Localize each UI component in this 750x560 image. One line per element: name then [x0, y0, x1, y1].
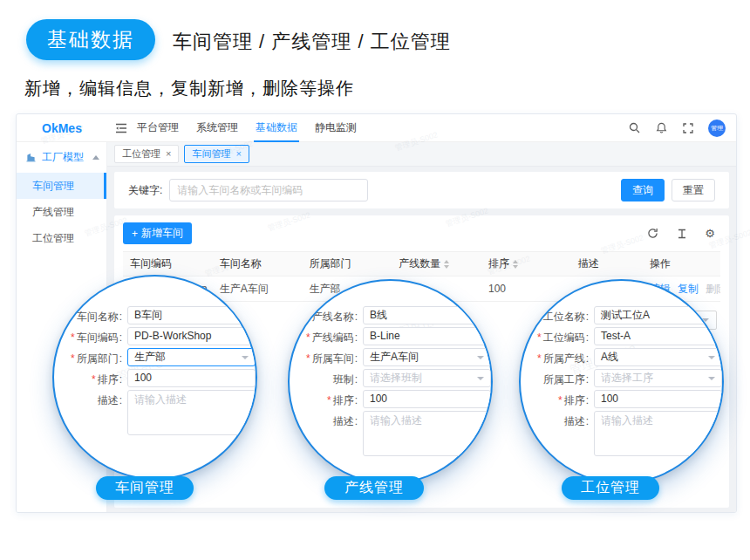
app-header: OkMes 平台管理系统管理基础数据静电监测 管理 [17, 114, 736, 142]
sort-icon[interactable] [513, 260, 518, 269]
column-header: 排序 [481, 256, 571, 271]
action-link[interactable]: 复制 [678, 282, 699, 297]
column-header: 所属部门 [303, 256, 392, 271]
chevron-up-icon [92, 155, 99, 160]
sidebar-item[interactable]: 产线管理 [17, 199, 106, 225]
form-select[interactable]: 请选择班制 [363, 369, 491, 387]
page: 基础数据 车间管理 / 产线管理 / 工位管理 新增，编辑信息，复制新增，删除等… [0, 0, 750, 560]
form-input[interactable]: B-Line [363, 327, 491, 345]
density-icon[interactable] [675, 227, 689, 241]
column-header-label: 操作 [650, 256, 671, 271]
column-header-label: 描述 [578, 256, 599, 271]
section-badge: 基础数据 [26, 19, 155, 60]
form-row: 描述请输入描述 [54, 390, 256, 435]
refresh-icon[interactable] [645, 227, 659, 241]
sidebar-item[interactable]: 车间管理 [17, 173, 106, 199]
reset-button[interactable]: 重置 [672, 179, 715, 201]
top-nav-item[interactable]: 基础数据 [256, 113, 297, 142]
form-row: 产线名称B线 [290, 306, 491, 324]
sort-down-icon [513, 265, 518, 269]
sidebar-item[interactable]: 工位管理 [17, 225, 106, 251]
magnifier-workshop-form: 管理员-S002 车间名称B车间车间编码PD-B-WorkShop所属部门生产部… [52, 275, 257, 480]
form-label: 描述 [521, 411, 589, 429]
column-header-label: 产线数量 [399, 256, 440, 271]
top-nav-item[interactable]: 平台管理 [137, 113, 179, 142]
query-button[interactable]: 查询 [621, 179, 665, 201]
form-input[interactable]: 100 [127, 369, 256, 387]
form-row: 车间名称B车间 [54, 306, 256, 324]
column-header-label: 车间名称 [220, 256, 262, 271]
column-header: 车间名称 [213, 256, 303, 271]
chevron-down-icon [708, 356, 715, 359]
chevron-down-icon [477, 377, 484, 380]
action-disabled: 删除 [706, 282, 720, 297]
form-input[interactable]: 100 [594, 390, 722, 408]
close-icon[interactable]: × [166, 149, 171, 159]
form-input[interactable]: 100 [363, 390, 491, 408]
magnifier-station-form: 管理员-S002 工位名称测试工位A工位编码Test-A所属产线A线所属工序请选… [519, 279, 724, 484]
form-label: 班制 [290, 369, 358, 387]
column-header-label: 所属部门 [310, 256, 351, 271]
keyword-input[interactable]: 请输入车间名称或车间编码 [169, 179, 368, 201]
form-label: 所属车间 [290, 348, 358, 366]
keyword-label: 关键字: [128, 183, 162, 198]
form-row: 产线编码B-Line [290, 327, 491, 345]
sort-down-icon [444, 265, 449, 269]
form-label: 所属产线 [521, 348, 589, 366]
tab-label: 车间管理 [192, 147, 230, 160]
form-row: 所属部门生产部 [54, 348, 256, 366]
sidebar-group-factory-model[interactable]: 工厂模型 [17, 142, 106, 173]
search-icon[interactable] [627, 121, 641, 135]
bell-icon[interactable] [654, 121, 668, 135]
close-icon[interactable]: × [235, 149, 241, 159]
top-nav-item[interactable]: 系统管理 [196, 113, 238, 142]
form-label: 车间编码 [54, 327, 122, 345]
form-label: 描述 [290, 411, 358, 429]
form-label: 描述 [54, 390, 122, 408]
plus-icon: + [132, 228, 138, 240]
column-header-label: 排序 [488, 256, 509, 271]
form-row: 描述请输入描述 [290, 411, 491, 456]
sort-icon[interactable] [444, 260, 449, 269]
label-station-management: 工位管理 [562, 476, 659, 500]
page-title: 车间管理 / 产线管理 / 工位管理 [173, 29, 451, 55]
form-textarea[interactable]: 请输入描述 [127, 390, 256, 435]
label-workshop-management: 车间管理 [96, 476, 194, 500]
sort-up-icon [444, 260, 449, 263]
form-input[interactable]: PD-B-WorkShop [127, 327, 256, 345]
form-input[interactable]: Test-A [594, 327, 722, 345]
form-select[interactable]: 生产部 [127, 348, 256, 366]
form-label: 排序 [290, 390, 358, 408]
add-workshop-button[interactable]: + 新增车间 [123, 222, 192, 244]
app-logo[interactable]: OkMes [17, 121, 107, 135]
form-row: 所属车间生产A车间 [290, 348, 491, 366]
column-settings-icon[interactable]: ⚙ [705, 228, 715, 239]
tab[interactable]: 工位管理× [114, 145, 179, 163]
form-row: 车间编码PD-B-WorkShop [54, 327, 256, 345]
form-row: 工位编码Test-A [521, 327, 722, 345]
page-subtitle: 新增，编辑信息，复制新增，删除等操作 [24, 77, 354, 100]
form-label: 所属部门 [54, 348, 122, 366]
tab-bar: 工位管理×车间管理× [107, 142, 736, 167]
fullscreen-icon[interactable] [681, 121, 695, 135]
chevron-down-icon [477, 356, 484, 359]
form-select[interactable]: A线 [594, 348, 722, 366]
chevron-down-icon [708, 377, 715, 380]
form-select[interactable]: 生产A车间 [363, 348, 491, 366]
form-row: 排序100 [54, 369, 256, 387]
form-row: 所属产线A线 [521, 348, 722, 366]
form-label: 所属工序 [521, 369, 589, 387]
building-icon [24, 151, 38, 165]
column-header: 操作 [643, 256, 720, 271]
menu-fold-icon[interactable] [114, 121, 128, 135]
form-select[interactable]: 请选择工序 [594, 369, 722, 387]
tab[interactable]: 车间管理× [184, 145, 249, 163]
form-row: 排序100 [290, 390, 491, 408]
sort-up-icon [513, 260, 518, 263]
sidebar-group-label: 工厂模型 [42, 150, 84, 165]
column-header: 车间编码 [123, 256, 213, 271]
avatar[interactable]: 管理 [708, 120, 726, 137]
label-line-management: 产线管理 [324, 476, 424, 500]
header-actions: 管理 [627, 120, 736, 137]
top-nav-item[interactable]: 静电监测 [315, 113, 357, 142]
